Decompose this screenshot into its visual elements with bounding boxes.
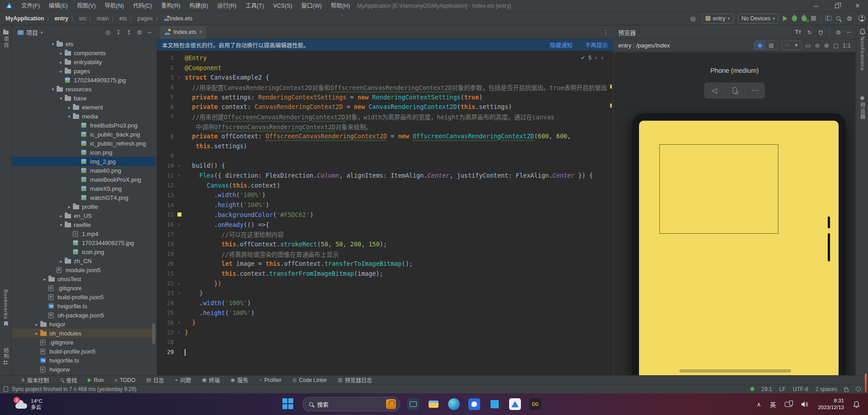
zoom-out-icon[interactable]: ⊖ bbox=[815, 42, 820, 49]
tree-item[interactable]: ic_public_back.png bbox=[12, 130, 156, 139]
fold-marker-icon[interactable]: ∨ bbox=[174, 163, 185, 168]
chevron-down-icon[interactable]: ▾ bbox=[792, 41, 801, 49]
grid-icon[interactable]: ∷ bbox=[782, 41, 792, 49]
tree-item[interactable]: mateBookProX.png bbox=[12, 175, 156, 184]
menu-item[interactable]: VCS(S) bbox=[268, 0, 296, 12]
hide-previewer-icon[interactable]: ─ bbox=[847, 29, 851, 35]
taskbar-search[interactable]: 搜索 bbox=[302, 397, 400, 411]
tree-item[interactable]: icon.png bbox=[12, 247, 156, 256]
menu-item[interactable]: 编辑(E) bbox=[44, 0, 72, 12]
zoom-ratio-label[interactable]: 1:1 bbox=[843, 42, 851, 49]
toolbar-item-预览器日志[interactable]: ▥预览器日志 bbox=[338, 376, 372, 384]
expand-all-icon[interactable]: ↧ bbox=[116, 29, 121, 36]
app-edge-browser[interactable] bbox=[448, 398, 460, 410]
panel-settings-gear-icon[interactable]: ⚙ bbox=[137, 29, 142, 36]
toolbar-item-profiler[interactable]: ◔Profiler bbox=[259, 377, 281, 383]
clock[interactable]: 8:31 2023/12/13 bbox=[818, 397, 844, 411]
tree-item[interactable]: ▸entryability bbox=[12, 57, 156, 66]
color-swatch[interactable] bbox=[174, 212, 185, 217]
tree-chevron-icon[interactable]: ▸ bbox=[57, 259, 65, 264]
menu-item[interactable]: 运行(R) bbox=[213, 0, 241, 12]
refresh-icon[interactable]: ↻ bbox=[807, 29, 811, 36]
zoom-in-icon[interactable]: ⊕ bbox=[824, 42, 829, 49]
tree-item[interactable]: ⚙module.json5 bbox=[12, 265, 156, 274]
indent-setting[interactable]: 2 spaces bbox=[816, 386, 837, 392]
account-avatar[interactable] bbox=[858, 15, 865, 22]
toolbar-item-todo[interactable]: ≡TODO bbox=[114, 377, 135, 383]
tree-item[interactable]: ⚙oh-package.json5 bbox=[12, 311, 156, 320]
close-button[interactable]: × bbox=[847, 0, 868, 12]
tree-item[interactable]: TShvigorfile.ts bbox=[12, 302, 156, 311]
tree-item[interactable]: ▸element bbox=[12, 103, 156, 112]
tree-item[interactable]: ⚙build-profile.json5 bbox=[12, 292, 156, 302]
tree-item[interactable]: ⊘.gitignore bbox=[12, 338, 156, 347]
toolbar-item-日志[interactable]: ▤日志 bbox=[146, 376, 164, 384]
tree-chevron-icon[interactable]: ▾ bbox=[49, 87, 57, 92]
tree-item[interactable]: img_2.jpg bbox=[12, 157, 156, 166]
app-vscode[interactable] bbox=[489, 398, 501, 410]
minimize-button[interactable]: ─ bbox=[806, 0, 826, 12]
tree-item[interactable]: icon.png bbox=[12, 148, 156, 157]
tree-item[interactable]: ▾ets bbox=[12, 39, 156, 48]
run-button[interactable] bbox=[783, 16, 787, 21]
tree-item[interactable]: ic_public_refresh.png bbox=[12, 139, 156, 148]
tree-item[interactable]: ▸hvigorw bbox=[12, 365, 156, 374]
inspections-widget[interactable]: ✔ 5 ∧ ∨ bbox=[577, 54, 607, 62]
breadcrumb-item[interactable]: main bbox=[97, 15, 109, 22]
tree-item[interactable]: TShvigorfile.ts bbox=[12, 356, 156, 365]
tree-chevron-icon[interactable]: ▸ bbox=[57, 51, 65, 56]
app-task-view[interactable] bbox=[407, 398, 419, 410]
fold-marker-icon[interactable]: ∨ bbox=[174, 75, 185, 80]
fold-marker-icon[interactable]: ∧ bbox=[174, 281, 185, 286]
notifications-status-icon[interactable]: ! bbox=[856, 387, 861, 391]
tree-item[interactable]: mate60.png bbox=[12, 166, 156, 175]
fold-marker-icon[interactable]: ∨ bbox=[174, 222, 185, 227]
fit-to-window-icon[interactable]: ▢ bbox=[833, 42, 839, 49]
warning-stripe-mark[interactable] bbox=[610, 104, 612, 108]
tree-item[interactable]: 1702344909275.jpg bbox=[12, 238, 156, 247]
font-scale-icon[interactable]: Tᴛ bbox=[795, 29, 801, 35]
breadcrumb-item[interactable]: pages bbox=[137, 15, 153, 22]
device-cast-icon[interactable] bbox=[785, 402, 792, 407]
toolbar-item-问题[interactable]: ◓问题 bbox=[175, 376, 191, 384]
dont-show-again-link[interactable]: 不再提示 bbox=[585, 41, 608, 49]
stack-preview-mode-icon[interactable]: ▤ bbox=[766, 41, 777, 49]
menu-item[interactable]: 工具(T) bbox=[241, 0, 268, 12]
stop-button[interactable] bbox=[811, 16, 816, 21]
menu-item[interactable]: 重构(R) bbox=[157, 0, 185, 12]
weather-widget[interactable]: 1 14°C 多云 bbox=[0, 398, 43, 411]
app-deveco-studio[interactable] bbox=[509, 398, 521, 410]
tree-item[interactable]: ⊘.gitignore bbox=[12, 283, 156, 292]
tree-item[interactable]: ▸profile bbox=[12, 202, 156, 211]
tree-chevron-icon[interactable]: ▾ bbox=[49, 42, 57, 47]
component-preview-mode-icon[interactable]: ◉ bbox=[754, 41, 765, 49]
menu-item[interactable]: 导航(N) bbox=[100, 0, 128, 12]
fold-marker-icon[interactable]: ∨ bbox=[174, 173, 185, 178]
settings-gear-icon[interactable]: ⚙ bbox=[845, 15, 854, 22]
debug-button[interactable] bbox=[792, 15, 797, 21]
hide-panel-icon[interactable]: ─ bbox=[148, 29, 152, 36]
sidebar-item-bookmarks[interactable]: Bookmarks bbox=[0, 289, 12, 326]
app-blue[interactable] bbox=[468, 398, 480, 410]
caret-position[interactable]: 29:1 bbox=[762, 386, 772, 392]
fold-marker-icon[interactable]: ∧ bbox=[174, 291, 185, 295]
menu-item[interactable]: 代码(C) bbox=[129, 0, 157, 12]
tree-item[interactable]: ?1.mp4 bbox=[12, 229, 156, 238]
tree-chevron-icon[interactable]: ▸ bbox=[66, 105, 73, 110]
tree-chevron-icon[interactable]: ▸ bbox=[33, 331, 40, 336]
event-log-icon[interactable] bbox=[4, 387, 8, 392]
next-issue-icon[interactable]: ∨ bbox=[601, 56, 604, 60]
tree-item[interactable]: ⚙build-profile.json5 bbox=[12, 347, 156, 356]
previewer-settings-gear-icon[interactable]: ⚙ bbox=[836, 29, 841, 36]
breadcrumb-item[interactable]: ets bbox=[119, 15, 127, 22]
breadcrumb-item[interactable]: MyApplication bbox=[5, 15, 44, 22]
more-options-button[interactable]: ⋯ bbox=[744, 86, 765, 94]
file-encoding[interactable]: UTF-8 bbox=[793, 386, 808, 392]
hide-notification-link[interactable]: 隐藏通知 bbox=[550, 41, 572, 49]
phone-screen-canvas[interactable] bbox=[639, 121, 839, 375]
readonly-lock-icon[interactable] bbox=[844, 389, 849, 392]
tree-scrollbar[interactable] bbox=[152, 323, 155, 344]
tree-chevron-icon[interactable]: ▸ bbox=[66, 204, 73, 209]
sidebar-item-notifications[interactable]: Notifications bbox=[856, 28, 868, 71]
module-selector[interactable]: entry ▾ bbox=[702, 14, 733, 24]
